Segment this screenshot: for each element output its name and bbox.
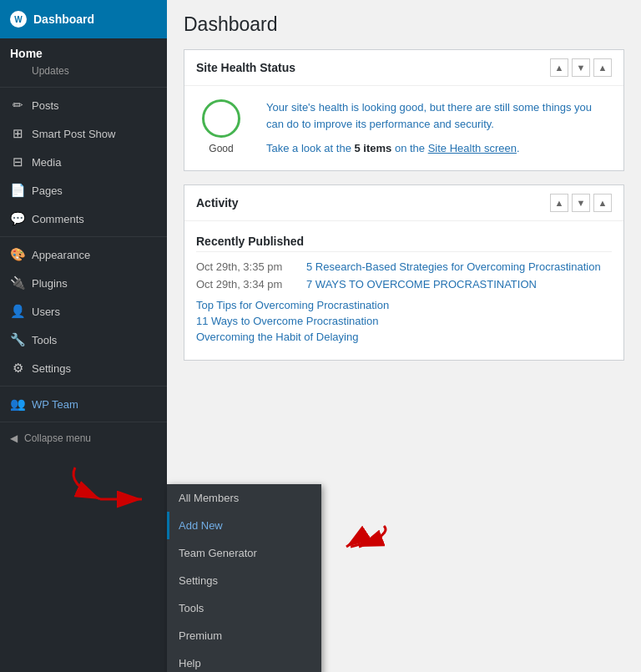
sidebar-item-posts[interactable]: ✏ Posts (0, 91, 167, 119)
submenu-tools[interactable]: Tools (167, 594, 321, 622)
sidebar-item-label-comments: Comments (32, 213, 84, 225)
sidebar-item-label-sps: Smart Post Show (32, 128, 115, 140)
site-health-expand-btn[interactable]: ▼ (572, 58, 590, 77)
settings-icon: ⚙ (10, 361, 25, 376)
comments-icon: 💬 (10, 211, 25, 226)
activity-widget: Activity ▲ ▼ ▲ Recently Published Oct 29… (184, 184, 624, 361)
activity-link-2[interactable]: 7 WAYS TO OVERCOME PROCRASTINATION (306, 278, 537, 291)
sidebar-item-label-wp-team: WP Team (32, 398, 78, 411)
sidebar-home-label[interactable]: Home (0, 42, 167, 62)
sidebar-title: Dashboard (33, 13, 94, 26)
recently-published-label: Recently Published (196, 235, 612, 252)
activity-link-1[interactable]: 5 Research-Based Strategies for Overcomi… (306, 260, 601, 273)
page-title: Dashboard (184, 13, 624, 36)
sidebar-divider-4 (0, 422, 167, 422)
submenu-add-new[interactable]: Add New (167, 512, 321, 539)
activity-header: Activity ▲ ▼ ▲ (184, 185, 623, 221)
sidebar-divider-1 (0, 87, 167, 88)
sidebar-item-label-appearance: Appearance (32, 249, 90, 261)
activity-more-posts: Top Tips for Overcoming Procrastination … (196, 299, 612, 343)
health-cta: Take a look at the 5 items on the Site H… (266, 140, 612, 157)
sidebar-item-plugins[interactable]: 🔌 Plugins (0, 269, 167, 297)
activity-more-3[interactable]: Overcoming the Habit of Delaying (196, 331, 612, 343)
activity-title: Activity (196, 196, 239, 210)
sidebar-item-label-plugins: Plugins (32, 277, 68, 290)
posts-icon: ✏ (10, 98, 25, 113)
collapse-icon: ◀ (10, 432, 18, 444)
sidebar-item-appearance[interactable]: 🎨 Appearance (0, 240, 167, 269)
activity-collapse-btn[interactable]: ▲ (550, 194, 568, 212)
submenu-premium[interactable]: Premium (167, 622, 321, 649)
site-health-link[interactable]: Site Health screen (428, 142, 517, 154)
activity-more-1[interactable]: Top Tips for Overcoming Procrastination (196, 299, 612, 311)
activity-date-1: Oct 29th, 3:35 pm (196, 260, 296, 273)
submenu-all-members[interactable]: All Members (167, 484, 321, 512)
wp-team-submenu: All Members Add New Team Generator Setti… (167, 484, 321, 672)
plugins-icon: 🔌 (10, 275, 25, 291)
sidebar-item-users[interactable]: 👤 Users (0, 297, 167, 326)
sidebar-home-section: Home Updates (0, 38, 167, 83)
activity-more-2[interactable]: 11 Ways to Overcome Procrastination (196, 315, 612, 327)
health-desc-text: Your site's health is looking good, but … (266, 99, 612, 132)
sidebar-item-settings[interactable]: ⚙ Settings (0, 354, 167, 382)
site-health-body: Good Your site's health is looking good,… (184, 86, 623, 170)
tools-icon: 🔧 (10, 332, 25, 347)
wp-team-icon: 👥 (10, 397, 25, 412)
media-icon: ⊟ (10, 154, 25, 169)
site-health-controls: ▲ ▼ ▲ (550, 58, 612, 77)
collapse-label: Collapse menu (24, 432, 91, 444)
sidebar-item-tools[interactable]: 🔧 Tools (0, 326, 167, 354)
activity-date-2: Oct 29th, 3:34 pm (196, 278, 296, 291)
site-health-widget: Site Health Status ▲ ▼ ▲ Good Your site'… (184, 49, 624, 171)
sidebar-header[interactable]: W Dashboard (0, 0, 167, 38)
activity-expand-btn[interactable]: ▼ (572, 194, 590, 212)
collapse-menu[interactable]: ◀ Collapse menu (0, 426, 167, 451)
appearance-icon: 🎨 (10, 247, 25, 262)
health-label: Good (209, 143, 233, 154)
sidebar-item-label-users: Users (32, 306, 60, 318)
smart-post-icon: ⊞ (10, 126, 25, 141)
wp-logo: W (10, 11, 27, 28)
submenu-team-generator[interactable]: Team Generator (167, 539, 321, 567)
sidebar-divider-3 (0, 386, 167, 387)
wp-logo-text: W (14, 15, 22, 24)
site-health-title: Site Health Status (196, 61, 295, 74)
activity-body: Recently Published Oct 29th, 3:35 pm 5 R… (184, 221, 623, 360)
site-health-close-btn[interactable]: ▲ (593, 58, 612, 77)
sidebar-item-label-tools: Tools (32, 334, 57, 346)
sidebar-item-media[interactable]: ⊟ Media (0, 148, 167, 176)
health-circle (202, 99, 240, 138)
submenu-settings[interactable]: Settings (167, 567, 321, 594)
sidebar: W Dashboard Home Updates ✏ Posts ⊞ Smart… (0, 0, 167, 672)
sidebar-divider-2 (0, 236, 167, 237)
submenu-help[interactable]: Help (167, 649, 321, 672)
activity-controls: ▲ ▼ ▲ (550, 194, 612, 212)
activity-close-btn[interactable]: ▲ (593, 194, 612, 212)
site-health-collapse-btn[interactable]: ▲ (550, 58, 568, 77)
sidebar-item-wp-team[interactable]: 👥 WP Team (0, 390, 167, 418)
health-status-icon: Good (196, 99, 246, 154)
sidebar-item-pages[interactable]: 📄 Pages (0, 176, 167, 205)
sidebar-item-label-posts: Posts (32, 99, 59, 112)
site-health-header: Site Health Status ▲ ▼ ▲ (184, 50, 623, 86)
health-description: Your site's health is looking good, but … (266, 99, 612, 157)
activity-row-1: Oct 29th, 3:35 pm 5 Research-Based Strat… (196, 260, 612, 273)
sidebar-item-smart-post-show[interactable]: ⊞ Smart Post Show (0, 119, 167, 148)
sidebar-item-comments[interactable]: 💬 Comments (0, 205, 167, 233)
pages-icon: 📄 (10, 183, 25, 198)
activity-row-2: Oct 29th, 3:34 pm 7 WAYS TO OVERCOME PRO… (196, 278, 612, 291)
sidebar-item-label-media: Media (32, 156, 61, 169)
sidebar-item-updates[interactable]: Updates (0, 62, 167, 80)
sidebar-item-label-settings: Settings (32, 362, 71, 375)
users-icon: 👤 (10, 304, 25, 319)
sidebar-item-label-pages: Pages (32, 184, 63, 197)
